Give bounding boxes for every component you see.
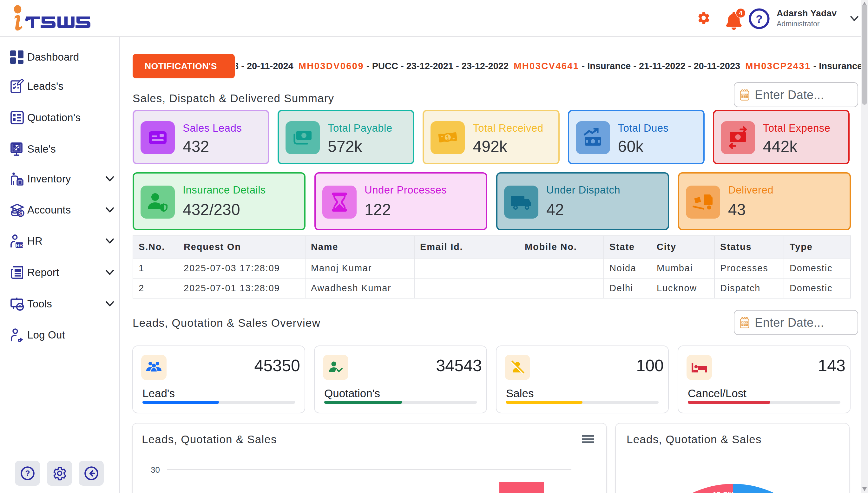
svg-text:?: ?	[756, 13, 762, 25]
svg-text:$: $	[19, 210, 23, 217]
svg-text:40.9%: 40.9%	[712, 490, 735, 493]
svg-text:?: ?	[25, 469, 30, 478]
svg-text:4: 4	[739, 9, 742, 17]
svg-text:HR: HR	[16, 242, 23, 248]
